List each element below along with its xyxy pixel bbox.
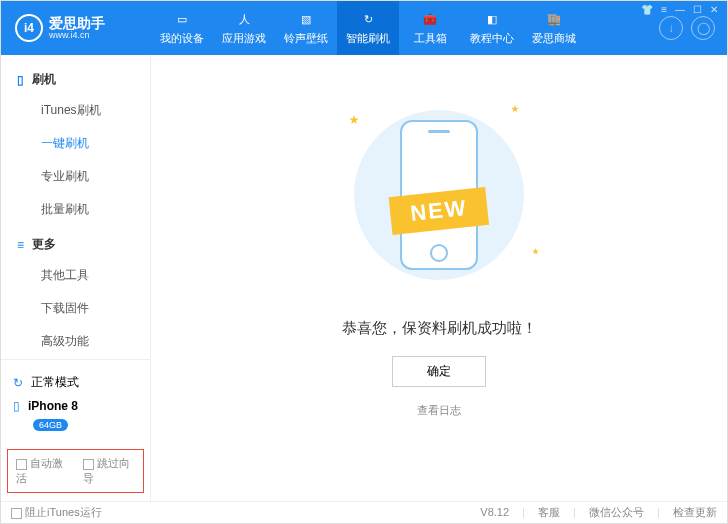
toolbox-icon: 🧰 [421, 10, 439, 28]
brand: i4 爱思助手 www.i4.cn [1, 14, 151, 42]
maximize-icon[interactable]: ☐ [693, 4, 702, 15]
nav-tabs: ▭我的设备 人应用游戏 ▧铃声壁纸 ↻智能刷机 🧰工具箱 ◧教程中心 🏬爱思商城 [151, 1, 659, 55]
success-illustration: NEW [329, 95, 549, 295]
status-mode: ↻正常模式 [13, 370, 138, 395]
options-box: 自动激活 跳过向导 [7, 449, 144, 493]
sidebar-status: ↻正常模式 ▯iPhone 8 64GB [1, 359, 150, 441]
wechat-link[interactable]: 微信公众号 [589, 506, 644, 518]
close-icon[interactable]: ✕ [710, 4, 718, 15]
brand-url: www.i4.cn [49, 30, 105, 40]
sidebar-item-other-tools[interactable]: 其他工具 [1, 259, 150, 292]
sidebar-item-pro-flash[interactable]: 专业刷机 [1, 160, 150, 193]
version-label: V8.12 [480, 506, 509, 518]
sidebar-item-oneclick-flash[interactable]: 一键刷机 [1, 127, 150, 160]
support-link[interactable]: 客服 [538, 506, 560, 518]
status-device: ▯iPhone 8 [13, 395, 138, 417]
store-icon: 🏬 [545, 10, 563, 28]
image-icon: ▧ [297, 10, 315, 28]
apps-icon: 人 [235, 10, 253, 28]
brand-name: 爱思助手 [49, 16, 105, 30]
sidebar: ▯刷机 iTunes刷机 一键刷机 专业刷机 批量刷机 ≡更多 其他工具 下载固… [1, 55, 151, 501]
tab-flash[interactable]: ↻智能刷机 [337, 1, 399, 55]
sidebar-item-itunes-flash[interactable]: iTunes刷机 [1, 94, 150, 127]
tab-store[interactable]: 🏬爱思商城 [523, 1, 585, 55]
success-message: 恭喜您，保资料刷机成功啦！ [342, 319, 537, 338]
tab-tutorials[interactable]: ◧教程中心 [461, 1, 523, 55]
device-icon: ▭ [173, 10, 191, 28]
book-icon: ◧ [483, 10, 501, 28]
tab-apps[interactable]: 人应用游戏 [213, 1, 275, 55]
phone-small-icon: ▯ [13, 399, 20, 413]
block-itunes-checkbox[interactable]: 阻止iTunes运行 [11, 505, 102, 520]
main-panel: NEW 恭喜您，保资料刷机成功啦！ 确定 查看日志 [151, 55, 727, 501]
storage-badge: 64GB [33, 419, 68, 431]
ok-button[interactable]: 确定 [392, 356, 486, 387]
sync-icon: ↻ [13, 376, 23, 390]
download-icon[interactable]: ↓ [659, 16, 683, 40]
sidebar-item-download-firmware[interactable]: 下载固件 [1, 292, 150, 325]
phone-icon: ▯ [17, 73, 24, 87]
topbar-actions: ↓ ◯ [659, 16, 727, 40]
tab-ringtones[interactable]: ▧铃声壁纸 [275, 1, 337, 55]
sidebar-item-advanced[interactable]: 高级功能 [1, 325, 150, 358]
sidebar-section-more: ≡更多 [1, 226, 150, 259]
tab-my-device[interactable]: ▭我的设备 [151, 1, 213, 55]
sidebar-section-flash: ▯刷机 [1, 61, 150, 94]
window-controls: 👕 ≡ — ☐ ✕ [641, 4, 718, 15]
view-log-link[interactable]: 查看日志 [417, 403, 461, 418]
logo-icon: i4 [15, 14, 43, 42]
opt-auto-activate[interactable]: 自动激活 [16, 456, 69, 486]
minimize-icon[interactable]: — [675, 4, 685, 15]
user-icon[interactable]: ◯ [691, 16, 715, 40]
status-bar: 阻止iTunes运行 V8.12 | 客服 | 微信公众号 | 检查更新 [1, 501, 727, 523]
tab-toolbox[interactable]: 🧰工具箱 [399, 1, 461, 55]
refresh-icon: ↻ [359, 10, 377, 28]
opt-skip-guide[interactable]: 跳过向导 [83, 456, 136, 486]
top-bar: 👕 ≡ — ☐ ✕ i4 爱思助手 www.i4.cn ▭我的设备 人应用游戏 … [1, 1, 727, 55]
update-link[interactable]: 检查更新 [673, 506, 717, 518]
tshirt-icon[interactable]: 👕 [641, 4, 653, 15]
list-icon: ≡ [17, 238, 24, 252]
menu-icon[interactable]: ≡ [661, 4, 667, 15]
sidebar-item-batch-flash[interactable]: 批量刷机 [1, 193, 150, 226]
